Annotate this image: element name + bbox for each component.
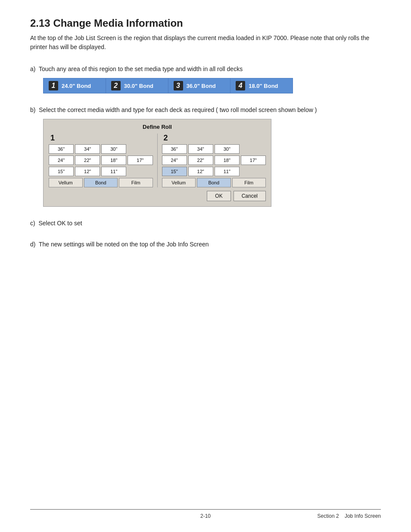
deck2-btn-30[interactable]: 30" [215,144,240,154]
define-roll-title: Define Roll [49,124,266,130]
deck1-type-vellum[interactable]: Vellum [49,178,83,187]
deck-2-row2: 24" 22" 18" 17" [162,156,266,165]
roll-num-1: 1 [49,81,58,90]
deck-2-row3: 15" 12" 11" [162,167,266,176]
deck-1-types: Vellum Bond Film [49,178,153,187]
deck1-btn-empty1 [128,144,153,154]
roll-slot-3[interactable]: 3 36.0" Bond [168,78,231,93]
roll-num-2: 2 [111,81,121,90]
deck2-type-vellum[interactable]: Vellum [162,178,196,187]
deck1-btn-36[interactable]: 36" [49,144,74,154]
page-title: 2.13 Change Media Information [30,17,381,29]
footer-left [30,513,147,519]
deck1-btn-34[interactable]: 34" [75,144,100,154]
step-d: d) The new settings will be noted on the… [30,240,381,249]
roll-slot-4[interactable]: 4 18.0" Bond [230,78,293,93]
deck1-btn-24[interactable]: 24" [49,156,74,165]
deck1-btn-30[interactable]: 30" [101,144,126,154]
deck1-btn-18[interactable]: 18" [101,156,126,165]
ok-button[interactable]: OK [207,191,230,201]
page: 2.13 Change Media Information At the top… [0,0,411,532]
deck-2-header: 2 [162,134,266,143]
roll-bar[interactable]: 1 24.0" Bond 2 30.0" Bond 3 36.0" Bond 4… [43,78,293,93]
deck1-type-film[interactable]: Film [119,178,153,187]
footer-section: Section 2 Job Info Screen [264,513,381,519]
roll-num-3: 3 [174,81,183,90]
deck1-btn-17[interactable]: 17" [128,156,153,165]
deck2-btn-12[interactable]: 12" [188,167,213,176]
step-c-text: c) Select OK to set [30,219,381,228]
roll-slot-1[interactable]: 1 24.0" Bond [44,78,106,93]
deck2-btn-34[interactable]: 34" [188,144,213,154]
deck2-btn-36[interactable]: 36" [162,144,187,154]
deck1-btn-22[interactable]: 22" [75,156,100,165]
roll-label-3: 36.0" Bond [187,83,216,89]
deck2-btn-11[interactable]: 11" [215,167,240,176]
cancel-button[interactable]: Cancel [234,191,266,201]
roll-slot-2[interactable]: 2 30.0" Bond [106,78,168,93]
deck2-type-film[interactable]: Film [232,178,266,187]
define-roll-body: 1 36" 34" 30" 24" 22" 18" 17" [49,134,266,187]
deck1-btn-12[interactable]: 12" [75,167,100,176]
deck1-btn-empty2 [128,167,153,176]
deck1-btn-11[interactable]: 11" [101,167,126,176]
deck2-btn-22[interactable]: 22" [188,156,213,165]
deck-1-row3: 15" 12" 11" [49,167,153,176]
deck2-btn-empty1 [241,144,266,154]
step-a-label: a) Touch any area of this region to the … [30,65,381,74]
deck2-type-bond[interactable]: Bond [197,178,231,187]
footer: 2-10 Section 2 Job Info Screen [30,509,381,519]
define-roll-dialog: Define Roll 1 36" 34" 30" 24" 22" [43,119,271,207]
roll-label-1: 24.0" Bond [62,83,91,89]
deck2-btn-17[interactable]: 17" [241,156,266,165]
dialog-actions: OK Cancel [49,191,266,201]
roll-num-4: 4 [236,81,245,90]
deck2-btn-15[interactable]: 15" [162,167,187,176]
step-b: b) Select the correct media width and ty… [30,106,381,207]
deck1-btn-15[interactable]: 15" [49,167,74,176]
roll-label-2: 30.0" Bond [124,83,153,89]
deck-2: 2 36" 34" 30" 24" 22" 18" 17" [162,134,266,187]
step-d-text: d) The new settings will be noted on the… [30,240,381,249]
intro-text: At the top of the Job List Screen is the… [30,34,381,52]
step-c: c) Select OK to set [30,219,381,228]
deck-2-row1: 36" 34" 30" [162,144,266,154]
roll-label-4: 18.0" Bond [249,83,278,89]
step-a: a) Touch any area of this region to the … [30,65,381,93]
deck-1-row2: 24" 22" 18" 17" [49,156,153,165]
step-b-label: b) Select the correct media width and ty… [30,106,381,115]
deck2-btn-24[interactable]: 24" [162,156,187,165]
deck2-btn-18[interactable]: 18" [215,156,240,165]
deck2-btn-empty2 [241,167,266,176]
deck-2-types: Vellum Bond Film [162,178,266,187]
deck-divider [157,134,158,187]
deck-1-header: 1 [49,134,153,143]
page-number: 2-10 [147,513,264,519]
deck-1-row1: 36" 34" 30" [49,144,153,154]
deck1-type-bond[interactable]: Bond [84,178,118,187]
deck-1: 1 36" 34" 30" 24" 22" 18" 17" [49,134,153,187]
